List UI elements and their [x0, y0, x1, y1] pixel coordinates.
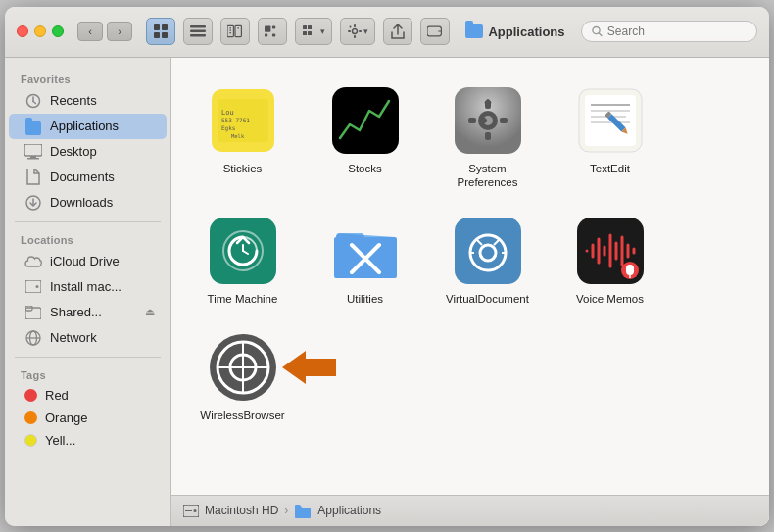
yellow-label: Yell... [45, 433, 75, 448]
yellow-tag-icon [24, 434, 37, 447]
window-title: Applications [458, 24, 573, 39]
sysprefs-icon [453, 85, 523, 156]
gear-icon [348, 24, 362, 38]
action-button[interactable]: ▾ [340, 18, 375, 45]
sort-button[interactable]: ▾ [295, 18, 332, 45]
forward-button[interactable]: › [107, 22, 132, 41]
icloud-icon [24, 253, 42, 270]
sidebar-item-desktop[interactable]: Desktop [9, 139, 167, 165]
sidebar-item-red[interactable]: Red [9, 384, 167, 407]
app-item-sysprefs[interactable]: SystemPreferences [431, 77, 544, 199]
search-box[interactable] [581, 21, 757, 42]
tags-button[interactable] [420, 18, 450, 45]
svg-rect-8 [235, 25, 241, 36]
orange-label: Orange [45, 411, 87, 425]
virtualdoc-label: VirtualDocument [446, 292, 529, 307]
sidebar-item-downloads[interactable]: Downloads [9, 190, 167, 216]
svg-rect-58 [485, 132, 491, 140]
app-item-utilities[interactable]: Utilities [309, 208, 421, 314]
app-item-wirelessbrowser[interactable]: WirelessBrowser [186, 324, 299, 431]
title-text: Applications [488, 24, 564, 39]
share-button[interactable] [383, 18, 412, 45]
stickies-label: Stickies [223, 162, 263, 176]
list-icon [190, 24, 206, 38]
wirelessbrowser-label: WirelessBrowser [200, 409, 284, 423]
svg-rect-22 [354, 24, 356, 27]
svg-text:Egks: Egks [221, 124, 236, 132]
svg-rect-37 [27, 158, 39, 160]
maximize-button[interactable] [52, 25, 64, 37]
recents-icon [24, 92, 42, 110]
app-grid: Lou 553-7761 Egks Melk Stickies [171, 58, 769, 495]
svg-marker-105 [282, 351, 336, 384]
shared-icon [24, 304, 42, 321]
sidebar-item-install[interactable]: Install mac... [9, 274, 167, 300]
svg-rect-59 [468, 118, 476, 123]
share-icon [391, 24, 405, 39]
svg-rect-4 [190, 25, 206, 28]
svg-point-104 [210, 334, 276, 401]
svg-rect-16 [272, 33, 275, 36]
svg-rect-13 [265, 25, 270, 31]
voicememos-icon [575, 216, 646, 286]
eject-icon[interactable]: ⏏ [145, 306, 155, 318]
titlebar: ‹ › [5, 7, 769, 58]
column-view-button[interactable] [220, 18, 250, 45]
forward-icon: › [118, 25, 121, 37]
title-folder-icon [465, 24, 483, 38]
app-item-timemachine[interactable]: Time Machine [186, 208, 299, 314]
breadcrumb-hd: Macintosh HD [205, 504, 278, 517]
orange-arrow-icon [282, 351, 336, 384]
svg-rect-26 [349, 25, 352, 28]
app-item-virtualdoc[interactable]: VirtualDocument [431, 208, 544, 314]
sidebar-item-shared[interactable]: Shared... ⏏ [9, 300, 167, 325]
minimize-button[interactable] [34, 25, 46, 37]
grid-icon [153, 24, 169, 39]
gallery-view-button[interactable] [258, 18, 287, 45]
chevron-down-icon: ▾ [363, 26, 368, 36]
sysprefs-label: SystemPreferences [457, 162, 517, 191]
svg-rect-24 [348, 30, 351, 32]
utilities-icon [330, 216, 401, 286]
app-item-voicememos[interactable]: Voice Memos [554, 208, 666, 314]
gallery-icon [265, 24, 280, 38]
desktop-label: Desktop [50, 144, 97, 159]
voicememos-label: Voice Memos [576, 292, 644, 307]
sort-icon [303, 25, 318, 37]
svg-rect-6 [190, 34, 206, 37]
red-label: Red [45, 388, 69, 403]
sidebar-divider-1 [15, 221, 161, 222]
breadcrumb-sep: › [284, 504, 288, 517]
svg-line-32 [33, 101, 36, 103]
svg-rect-2 [154, 32, 160, 38]
sidebar-item-yellow[interactable]: Yell... [9, 429, 167, 452]
search-input[interactable] [607, 24, 747, 38]
svg-rect-97 [626, 265, 634, 275]
app-item-stocks[interactable]: Stocks [309, 77, 421, 199]
applications-icon [24, 118, 42, 135]
app-item-textedit[interactable]: TextEdit [554, 77, 666, 199]
app-item-stickies[interactable]: Lou 553-7761 Egks Melk Stickies [186, 77, 299, 199]
sidebar-item-orange[interactable]: Orange [9, 407, 167, 429]
nav-buttons: ‹ › [77, 22, 132, 41]
sidebar-item-icloud[interactable]: iCloud Drive [9, 249, 167, 274]
utilities-label: Utilities [347, 292, 383, 307]
back-icon: ‹ [88, 25, 92, 37]
icon-view-button[interactable] [146, 18, 175, 45]
sidebar-item-documents[interactable]: Documents [9, 165, 167, 190]
svg-rect-7 [227, 25, 233, 36]
sidebar-item-applications[interactable]: Applications [9, 114, 167, 139]
sidebar-item-recents[interactable]: Recents [9, 88, 167, 114]
back-button[interactable]: ‹ [77, 22, 103, 41]
textedit-icon [575, 85, 646, 156]
close-button[interactable] [17, 25, 28, 37]
downloads-label: Downloads [50, 195, 113, 210]
sidebar-item-network[interactable]: Network [9, 325, 167, 351]
svg-rect-79 [455, 218, 521, 284]
tags-header: Tags [5, 363, 170, 384]
list-view-button[interactable] [183, 18, 213, 45]
svg-rect-25 [359, 30, 362, 32]
chevron-down-icon: ▾ [320, 26, 325, 36]
svg-rect-33 [25, 121, 41, 135]
svg-rect-60 [500, 118, 508, 123]
